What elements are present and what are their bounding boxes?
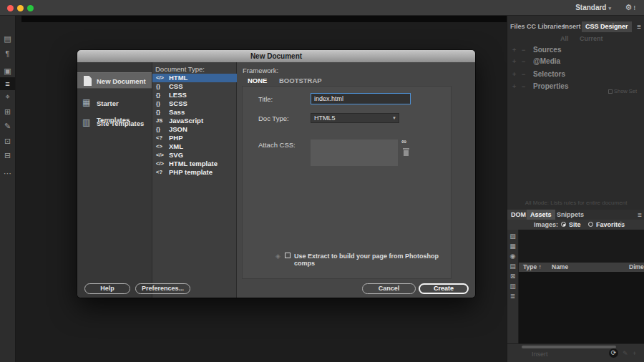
tab-cc-libraries[interactable]: CC Libraries bbox=[527, 21, 565, 32]
section-selectors[interactable]: + − Selectors bbox=[507, 70, 644, 80]
favorites-radio[interactable] bbox=[588, 222, 593, 227]
doc-type-sass[interactable]: {}Sass bbox=[152, 108, 237, 117]
guides-tool-icon[interactable]: ¶ bbox=[0, 47, 15, 60]
doc-type-label: CSS bbox=[169, 82, 183, 91]
dialog-title: New Document bbox=[77, 50, 475, 62]
doc-type-php-template[interactable]: <?PHP template bbox=[152, 168, 237, 177]
remove-icon[interactable]: − bbox=[522, 58, 525, 65]
add-icon[interactable]: + bbox=[512, 71, 516, 78]
category-starter-templates[interactable]: ▦ Starter Templates bbox=[77, 95, 152, 112]
attach-css-list[interactable] bbox=[311, 140, 398, 166]
more-tools-icon[interactable]: ⋯ bbox=[0, 167, 15, 180]
insert-asset-button[interactable]: Insert bbox=[532, 351, 548, 358]
doc-type-javascript[interactable]: JSJavaScript bbox=[152, 117, 237, 125]
tab-snippets[interactable]: Snippets bbox=[553, 210, 587, 220]
show-set-checkbox[interactable]: Show Set bbox=[608, 88, 637, 94]
refresh-icon[interactable]: ⟳ bbox=[609, 348, 618, 358]
page-tool-icon[interactable]: ▤ bbox=[0, 32, 15, 45]
code-icon: </> bbox=[156, 74, 167, 82]
panel-menu-icon[interactable]: ≡ bbox=[637, 23, 641, 31]
section-label: Properties bbox=[533, 82, 568, 90]
layout-tool-icon[interactable]: ⊟ bbox=[0, 149, 15, 162]
column-name[interactable]: Name bbox=[552, 263, 568, 272]
horizontal-scrollbar[interactable] bbox=[522, 346, 616, 348]
panel-menu-icon[interactable]: ≡ bbox=[638, 211, 642, 219]
doc-type-label: PHP template bbox=[169, 168, 213, 177]
doc-type-html-template[interactable]: </>HTML template bbox=[152, 160, 237, 168]
doc-type-scss[interactable]: {}SCSS bbox=[152, 99, 237, 108]
scripts-category-icon[interactable]: ⊠ bbox=[507, 273, 518, 280]
column-dimensions[interactable]: Dime bbox=[629, 263, 644, 272]
remove-icon[interactable]: − bbox=[522, 83, 525, 90]
assets-tool-icon[interactable]: ▣ bbox=[0, 64, 15, 77]
section-sources[interactable]: + − Sources bbox=[507, 46, 644, 56]
assets-bottom-bar: Insert ⟳ ✎ + bbox=[507, 343, 644, 362]
remove-stylesheet-icon[interactable] bbox=[404, 150, 409, 156]
tab-files[interactable]: Files bbox=[510, 21, 525, 32]
dreamweaver-window: Standard▾ ⚙! ▤ ¶ ▣ ≡ ⌖ ⊞ ✎ ⊡ ⊟ ⋯ Files C… bbox=[0, 0, 644, 362]
framework-heading: Framework: bbox=[243, 67, 278, 74]
comments-tool-icon[interactable]: ⊡ bbox=[0, 134, 15, 147]
attach-stylesheet-icon[interactable]: ∞ bbox=[401, 137, 406, 145]
remove-icon[interactable]: − bbox=[522, 71, 525, 78]
site-radio-label[interactable]: Site bbox=[569, 221, 581, 228]
doc-type-label: PHP bbox=[169, 134, 183, 142]
doc-type-html[interactable]: </>HTML bbox=[152, 74, 237, 82]
category-site-templates[interactable]: ▥ Site Templates bbox=[77, 115, 152, 132]
section-media[interactable]: + − @Media bbox=[507, 57, 644, 67]
current-mode-button[interactable]: Current bbox=[580, 35, 603, 42]
tab-css-designer[interactable]: CSS Designer bbox=[582, 21, 632, 32]
close-window-button[interactable] bbox=[7, 5, 14, 11]
site-radio[interactable] bbox=[561, 222, 566, 227]
doc-type-php[interactable]: <?PHP bbox=[152, 134, 237, 142]
minimize-window-button[interactable] bbox=[17, 5, 24, 11]
help-button[interactable]: Help bbox=[84, 283, 130, 294]
insert-tool-icon[interactable]: ⊞ bbox=[0, 105, 15, 118]
doc-type-xml[interactable]: <>XML bbox=[152, 142, 237, 151]
edit-icon[interactable]: ✎ bbox=[619, 220, 625, 228]
remove-icon[interactable]: − bbox=[522, 47, 525, 54]
braces-icon: {} bbox=[156, 125, 167, 134]
target-tool-icon[interactable]: ⌖ bbox=[0, 90, 15, 103]
add-asset-icon[interactable]: + bbox=[633, 350, 636, 357]
section-label: @Media bbox=[533, 57, 560, 65]
doc-type-value: HTML5 bbox=[314, 114, 336, 122]
files-tool-icon[interactable]: ≡ bbox=[0, 77, 15, 90]
media-category-icon[interactable]: ▤ bbox=[507, 263, 518, 270]
workspace-switcher[interactable]: Standard▾ bbox=[575, 4, 611, 11]
edit-asset-icon[interactable]: ✎ bbox=[623, 350, 628, 357]
styles-tool-icon[interactable]: ✎ bbox=[0, 119, 15, 132]
tab-assets[interactable]: Assets bbox=[527, 210, 555, 220]
templates-category-icon[interactable]: ▥ bbox=[507, 283, 518, 290]
section-label: Selectors bbox=[533, 70, 565, 78]
tab-insert[interactable]: Insert bbox=[563, 21, 581, 32]
framework-area: Framework: NONE BOOTSTRAP Title: Doc Typ… bbox=[237, 62, 475, 298]
doc-type-less[interactable]: {}LESS bbox=[152, 91, 237, 99]
preferences-button[interactable]: Preferences... bbox=[135, 283, 190, 294]
doc-type-label: Sass bbox=[169, 108, 185, 117]
create-button[interactable]: Create bbox=[419, 283, 469, 294]
add-icon[interactable]: + bbox=[512, 58, 516, 65]
doc-type-select[interactable]: HTML5 ▼ bbox=[311, 113, 399, 123]
title-input[interactable] bbox=[311, 93, 411, 104]
css-designer-hint: All Mode: Lists rules for entire documen… bbox=[507, 200, 644, 206]
all-mode-button[interactable]: All bbox=[560, 35, 569, 42]
add-icon[interactable]: + bbox=[512, 47, 516, 54]
urls-category-icon[interactable]: ◉ bbox=[507, 253, 518, 260]
extract-checkbox[interactable] bbox=[285, 253, 291, 258]
site-templates-icon: ▥ bbox=[82, 117, 90, 127]
doc-type-json[interactable]: {}JSON bbox=[152, 125, 237, 134]
sync-settings-button[interactable]: ⚙! bbox=[625, 3, 635, 12]
doc-type-svg[interactable]: </>SVG bbox=[152, 151, 237, 160]
library-category-icon[interactable]: ≣ bbox=[507, 293, 518, 300]
column-type[interactable]: Type ↑ bbox=[523, 263, 542, 272]
images-category-icon[interactable]: ▨ bbox=[507, 233, 518, 240]
cancel-button[interactable]: Cancel bbox=[362, 283, 416, 294]
colors-category-icon[interactable]: ▦ bbox=[507, 243, 518, 250]
add-icon[interactable]: + bbox=[512, 83, 516, 90]
zoom-window-button[interactable] bbox=[27, 5, 34, 11]
tab-bootstrap[interactable]: BOOTSTRAP bbox=[279, 77, 322, 84]
braces-icon: {} bbox=[156, 108, 167, 117]
category-new-document[interactable]: New Document bbox=[77, 72, 152, 89]
doc-type-css[interactable]: {}CSS bbox=[152, 82, 237, 91]
